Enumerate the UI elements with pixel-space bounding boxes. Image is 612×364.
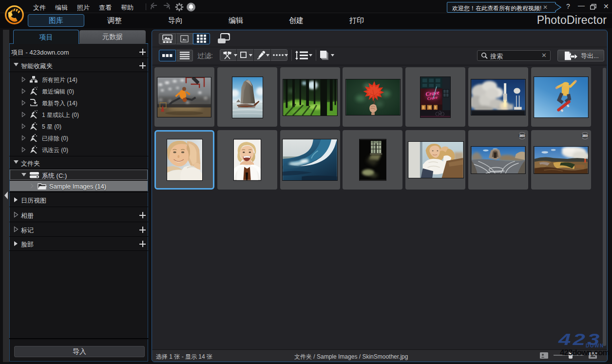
svg-text:360: 360 xyxy=(582,134,588,137)
svg-text:360: 360 xyxy=(519,134,525,137)
